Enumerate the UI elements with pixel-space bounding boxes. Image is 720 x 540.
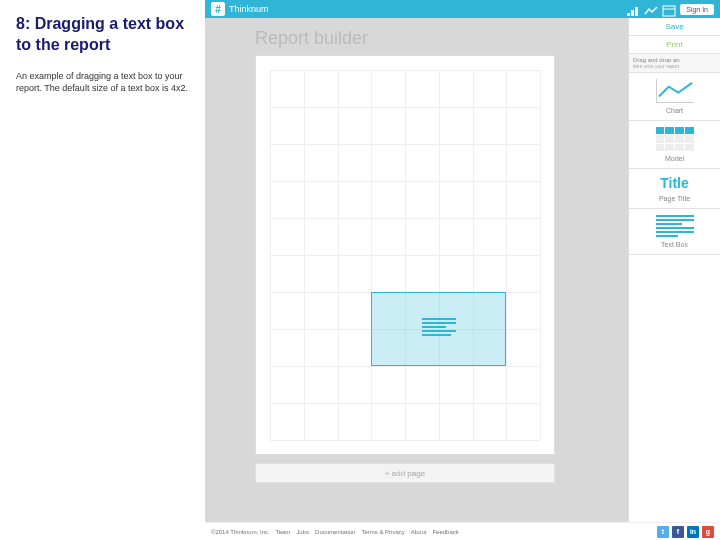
chart-icon bbox=[656, 79, 694, 103]
instruction-title: 8: Dragging a text box to the report bbox=[16, 14, 189, 56]
panel-item-title[interactable]: Title Page Title bbox=[629, 169, 720, 209]
brand[interactable]: # Thinknum bbox=[211, 2, 269, 16]
report-title: Report builder bbox=[255, 28, 620, 49]
save-button[interactable]: Save bbox=[629, 18, 720, 36]
add-page-button[interactable]: + add page bbox=[255, 463, 555, 483]
nav-icon-3[interactable] bbox=[662, 3, 676, 15]
brand-icon: # bbox=[211, 2, 225, 16]
footer-link[interactable]: Documentation bbox=[315, 529, 355, 535]
drag-selection-textbox[interactable] bbox=[371, 292, 506, 366]
facebook-icon[interactable]: f bbox=[672, 526, 684, 538]
linkedin-icon[interactable]: in bbox=[687, 526, 699, 538]
nav-icon-2[interactable] bbox=[644, 3, 658, 15]
model-icon bbox=[656, 127, 694, 151]
textbox-icon bbox=[422, 318, 456, 340]
signin-button[interactable]: Sign In bbox=[680, 4, 714, 15]
panel-item-chart[interactable]: Chart bbox=[629, 73, 720, 121]
panel-item-label: Chart bbox=[633, 107, 716, 114]
topbar: # Thinknum Sign In bbox=[205, 0, 720, 18]
footer-link[interactable]: Feedback bbox=[432, 529, 458, 535]
svg-rect-2 bbox=[635, 7, 638, 16]
panel-item-label: Model bbox=[633, 155, 716, 162]
page-grid bbox=[270, 70, 540, 440]
footer-link[interactable]: Team bbox=[276, 529, 291, 535]
googleplus-icon[interactable]: g bbox=[702, 526, 714, 538]
textbox-icon bbox=[656, 215, 694, 237]
canvas: Report builder + add page bbox=[205, 18, 628, 522]
footer-link[interactable]: Terms & Privacy bbox=[361, 529, 404, 535]
workspace: Report builder + add page Sa bbox=[205, 18, 720, 522]
svg-rect-0 bbox=[627, 13, 630, 16]
instruction-body: An example of dragging a text box to you… bbox=[16, 70, 189, 94]
footer-link[interactable]: Jobs bbox=[296, 529, 309, 535]
app-frame: # Thinknum Sign In Report builder bbox=[205, 0, 720, 540]
footer: ©2014 Thinknum, Inc. Team Jobs Documenta… bbox=[205, 522, 720, 540]
svg-rect-3 bbox=[663, 6, 675, 16]
print-button[interactable]: Print bbox=[629, 36, 720, 54]
panel-item-label: Page Title bbox=[633, 195, 716, 202]
twitter-icon[interactable]: t bbox=[657, 526, 669, 538]
panel-item-label: Text Box bbox=[633, 241, 716, 248]
panel-item-model[interactable]: Model bbox=[629, 121, 720, 169]
topbar-actions: Sign In bbox=[626, 3, 714, 15]
nav-icon-1[interactable] bbox=[626, 3, 640, 15]
brand-text: Thinknum bbox=[229, 4, 269, 14]
right-panel: Save Print Drag and drop an item onto yo… bbox=[628, 18, 720, 522]
footer-copyright: ©2014 Thinknum, Inc. bbox=[211, 529, 270, 535]
report-page[interactable] bbox=[255, 55, 555, 455]
panel-section-header: Drag and drop an item onto your report bbox=[629, 54, 720, 73]
footer-link[interactable]: About bbox=[411, 529, 427, 535]
footer-links: ©2014 Thinknum, Inc. Team Jobs Documenta… bbox=[211, 529, 459, 535]
instruction-panel: 8: Dragging a text box to the report An … bbox=[0, 0, 205, 540]
panel-item-textbox[interactable]: Text Box bbox=[629, 209, 720, 255]
svg-rect-1 bbox=[631, 10, 634, 16]
footer-social: t f in g bbox=[657, 526, 714, 538]
title-icon: Title bbox=[633, 175, 716, 191]
